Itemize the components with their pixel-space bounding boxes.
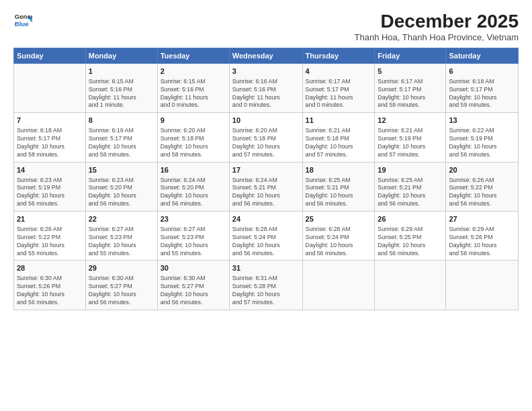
table-row bbox=[14, 64, 86, 113]
table-row: 27Sunrise: 6:29 AM Sunset: 5:26 PM Dayli… bbox=[446, 212, 519, 261]
day-info: Sunrise: 6:22 AM Sunset: 5:19 PM Dayligh… bbox=[449, 127, 515, 159]
day-info: Sunrise: 6:29 AM Sunset: 5:25 PM Dayligh… bbox=[378, 226, 443, 258]
day-info: Sunrise: 6:18 AM Sunset: 5:17 PM Dayligh… bbox=[449, 78, 515, 110]
day-number: 5 bbox=[378, 66, 443, 77]
table-row: 26Sunrise: 6:29 AM Sunset: 5:25 PM Dayli… bbox=[375, 212, 446, 261]
day-info: Sunrise: 6:28 AM Sunset: 5:24 PM Dayligh… bbox=[306, 226, 372, 258]
day-info: Sunrise: 6:18 AM Sunset: 5:17 PM Dayligh… bbox=[17, 127, 83, 159]
table-row: 25Sunrise: 6:28 AM Sunset: 5:24 PM Dayli… bbox=[302, 212, 375, 261]
table-row: 2Sunrise: 6:15 AM Sunset: 5:16 PM Daylig… bbox=[157, 64, 229, 113]
title-block: December 2025 Thanh Hoa, Thanh Hoa Provi… bbox=[355, 11, 519, 42]
day-info: Sunrise: 6:30 AM Sunset: 5:27 PM Dayligh… bbox=[89, 275, 154, 307]
day-info: Sunrise: 6:24 AM Sunset: 5:21 PM Dayligh… bbox=[232, 177, 300, 209]
day-number: 15 bbox=[89, 165, 154, 175]
day-number: 25 bbox=[306, 214, 372, 224]
day-number: 27 bbox=[449, 214, 515, 224]
day-info: Sunrise: 6:25 AM Sunset: 5:21 PM Dayligh… bbox=[378, 177, 443, 209]
table-row: 7Sunrise: 6:18 AM Sunset: 5:17 PM Daylig… bbox=[14, 113, 86, 162]
table-row: 14Sunrise: 6:23 AM Sunset: 5:19 PM Dayli… bbox=[14, 162, 86, 211]
table-row: 1Sunrise: 6:15 AM Sunset: 5:16 PM Daylig… bbox=[85, 64, 157, 113]
day-number: 1 bbox=[89, 66, 154, 77]
day-info: Sunrise: 6:30 AM Sunset: 5:26 PM Dayligh… bbox=[17, 275, 83, 307]
table-row: 13Sunrise: 6:22 AM Sunset: 5:19 PM Dayli… bbox=[446, 113, 519, 162]
header: General Blue December 2025 Thanh Hoa, Th… bbox=[13, 11, 519, 42]
day-info: Sunrise: 6:17 AM Sunset: 5:17 PM Dayligh… bbox=[378, 78, 443, 110]
calendar-week-row: 14Sunrise: 6:23 AM Sunset: 5:19 PM Dayli… bbox=[14, 162, 519, 211]
table-row: 18Sunrise: 6:25 AM Sunset: 5:21 PM Dayli… bbox=[302, 162, 375, 211]
day-number: 4 bbox=[306, 66, 372, 77]
table-row: 5Sunrise: 6:17 AM Sunset: 5:17 PM Daylig… bbox=[375, 64, 446, 113]
day-number: 9 bbox=[161, 116, 226, 126]
day-number: 22 bbox=[89, 214, 154, 224]
day-info: Sunrise: 6:21 AM Sunset: 5:19 PM Dayligh… bbox=[378, 127, 443, 159]
day-number: 17 bbox=[232, 165, 300, 175]
day-number: 2 bbox=[161, 66, 226, 77]
calendar-week-row: 21Sunrise: 6:26 AM Sunset: 5:22 PM Dayli… bbox=[14, 212, 519, 261]
table-row: 6Sunrise: 6:18 AM Sunset: 5:17 PM Daylig… bbox=[446, 64, 519, 113]
day-info: Sunrise: 6:24 AM Sunset: 5:20 PM Dayligh… bbox=[161, 177, 226, 209]
calendar-week-row: 7Sunrise: 6:18 AM Sunset: 5:17 PM Daylig… bbox=[14, 113, 519, 162]
day-number: 14 bbox=[17, 165, 83, 175]
day-info: Sunrise: 6:23 AM Sunset: 5:20 PM Dayligh… bbox=[89, 177, 154, 209]
main-title: December 2025 bbox=[355, 11, 519, 32]
table-row: 11Sunrise: 6:21 AM Sunset: 5:18 PM Dayli… bbox=[302, 113, 375, 162]
day-number: 20 bbox=[449, 165, 515, 175]
day-number: 7 bbox=[17, 116, 83, 126]
table-row: 16Sunrise: 6:24 AM Sunset: 5:20 PM Dayli… bbox=[157, 162, 229, 211]
calendar-week-row: 1Sunrise: 6:15 AM Sunset: 5:16 PM Daylig… bbox=[14, 64, 519, 113]
day-number: 19 bbox=[378, 165, 443, 175]
header-sunday: Sunday bbox=[14, 48, 86, 64]
table-row: 15Sunrise: 6:23 AM Sunset: 5:20 PM Dayli… bbox=[85, 162, 157, 211]
table-row: 3Sunrise: 6:16 AM Sunset: 5:16 PM Daylig… bbox=[229, 64, 302, 113]
table-row: 22Sunrise: 6:27 AM Sunset: 5:23 PM Dayli… bbox=[85, 212, 157, 261]
day-number: 23 bbox=[161, 214, 226, 224]
day-info: Sunrise: 6:27 AM Sunset: 5:23 PM Dayligh… bbox=[89, 226, 154, 258]
day-number: 30 bbox=[161, 263, 226, 273]
header-wednesday: Wednesday bbox=[229, 48, 302, 64]
day-info: Sunrise: 6:17 AM Sunset: 5:17 PM Dayligh… bbox=[306, 78, 372, 110]
day-number: 3 bbox=[232, 66, 300, 77]
table-row: 9Sunrise: 6:20 AM Sunset: 5:18 PM Daylig… bbox=[157, 113, 229, 162]
svg-text:Blue: Blue bbox=[15, 20, 29, 28]
day-number: 6 bbox=[449, 66, 515, 77]
table-row bbox=[446, 261, 519, 310]
table-row: 29Sunrise: 6:30 AM Sunset: 5:27 PM Dayli… bbox=[85, 261, 157, 310]
day-number: 13 bbox=[449, 116, 515, 126]
table-row bbox=[375, 261, 446, 310]
day-info: Sunrise: 6:25 AM Sunset: 5:21 PM Dayligh… bbox=[306, 177, 372, 209]
day-number: 31 bbox=[232, 263, 300, 273]
calendar-header-row: Sunday Monday Tuesday Wednesday Thursday… bbox=[14, 48, 519, 64]
day-info: Sunrise: 6:21 AM Sunset: 5:18 PM Dayligh… bbox=[306, 127, 372, 159]
day-info: Sunrise: 6:15 AM Sunset: 5:16 PM Dayligh… bbox=[161, 78, 226, 110]
day-info: Sunrise: 6:19 AM Sunset: 5:17 PM Dayligh… bbox=[89, 127, 154, 159]
table-row: 4Sunrise: 6:17 AM Sunset: 5:17 PM Daylig… bbox=[302, 64, 375, 113]
day-number: 18 bbox=[306, 165, 372, 175]
table-row: 30Sunrise: 6:30 AM Sunset: 5:27 PM Dayli… bbox=[157, 261, 229, 310]
header-friday: Friday bbox=[375, 48, 446, 64]
day-info: Sunrise: 6:16 AM Sunset: 5:16 PM Dayligh… bbox=[232, 78, 300, 110]
table-row: 28Sunrise: 6:30 AM Sunset: 5:26 PM Dayli… bbox=[14, 261, 86, 310]
day-info: Sunrise: 6:20 AM Sunset: 5:18 PM Dayligh… bbox=[232, 127, 300, 159]
table-row: 8Sunrise: 6:19 AM Sunset: 5:17 PM Daylig… bbox=[85, 113, 157, 162]
table-row bbox=[302, 261, 375, 310]
table-row: 19Sunrise: 6:25 AM Sunset: 5:21 PM Dayli… bbox=[375, 162, 446, 211]
table-row: 17Sunrise: 6:24 AM Sunset: 5:21 PM Dayli… bbox=[229, 162, 302, 211]
day-info: Sunrise: 6:23 AM Sunset: 5:19 PM Dayligh… bbox=[17, 177, 83, 209]
table-row: 10Sunrise: 6:20 AM Sunset: 5:18 PM Dayli… bbox=[229, 113, 302, 162]
logo-icon: General Blue bbox=[13, 11, 32, 30]
day-info: Sunrise: 6:31 AM Sunset: 5:28 PM Dayligh… bbox=[232, 275, 300, 307]
calendar-week-row: 28Sunrise: 6:30 AM Sunset: 5:26 PM Dayli… bbox=[14, 261, 519, 310]
day-number: 28 bbox=[17, 263, 83, 273]
day-number: 29 bbox=[89, 263, 154, 273]
day-number: 11 bbox=[306, 116, 372, 126]
table-row: 24Sunrise: 6:28 AM Sunset: 5:24 PM Dayli… bbox=[229, 212, 302, 261]
day-info: Sunrise: 6:15 AM Sunset: 5:16 PM Dayligh… bbox=[89, 78, 154, 110]
table-row: 31Sunrise: 6:31 AM Sunset: 5:28 PM Dayli… bbox=[229, 261, 302, 310]
table-row: 21Sunrise: 6:26 AM Sunset: 5:22 PM Dayli… bbox=[14, 212, 86, 261]
subtitle: Thanh Hoa, Thanh Hoa Province, Vietnam bbox=[355, 32, 519, 42]
day-info: Sunrise: 6:29 AM Sunset: 5:26 PM Dayligh… bbox=[449, 226, 515, 258]
day-number: 24 bbox=[232, 214, 300, 224]
day-number: 12 bbox=[378, 116, 443, 126]
header-tuesday: Tuesday bbox=[157, 48, 229, 64]
day-info: Sunrise: 6:28 AM Sunset: 5:24 PM Dayligh… bbox=[232, 226, 300, 258]
